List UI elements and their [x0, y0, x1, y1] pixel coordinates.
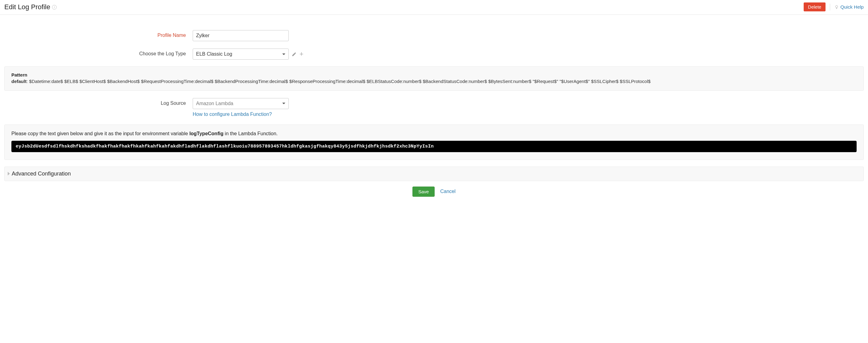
- edit-log-type-button[interactable]: [292, 52, 297, 57]
- pattern-heading: Pattern: [11, 72, 857, 77]
- chevron-down-icon: [282, 54, 285, 55]
- row-log-type: Choose the Log Type ELB Classic Log +: [4, 48, 864, 60]
- lambda-help-link[interactable]: How to configure Lambda Function?: [193, 111, 289, 117]
- quick-help-link[interactable]: Quick Help: [834, 4, 864, 10]
- log-type-label: Choose the Log Type: [4, 48, 186, 57]
- log-type-select[interactable]: ELB Classic Log: [193, 48, 289, 60]
- chevron-down-icon: [282, 103, 285, 104]
- row-log-source: Log Source Amazon Lambda How to configur…: [4, 98, 864, 117]
- delete-button[interactable]: Delete: [804, 2, 826, 11]
- copy-instruction-pre: Please copy the text given below and giv…: [11, 131, 189, 136]
- quick-help-label: Quick Help: [840, 4, 864, 10]
- copy-config-panel: Please copy the text given below and giv…: [4, 125, 864, 160]
- chevron-right-icon: [8, 172, 10, 175]
- config-code-box[interactable]: eyJsb2dUesdfsdlfhskdhfkshadkfhakfhakfhak…: [11, 141, 857, 152]
- page-title: Edit Log Profile: [4, 3, 50, 11]
- pattern-panel: Pattern default: $Datetime:date$ $ELB$ $…: [4, 66, 864, 91]
- log-source-label: Log Source: [4, 98, 186, 106]
- copy-instruction-post: in the Lambda Function.: [223, 131, 278, 136]
- copy-instruction: Please copy the text given below and giv…: [11, 131, 857, 136]
- header-right: Delete Quick Help: [804, 2, 864, 11]
- log-type-value: ELB Classic Log: [196, 51, 232, 57]
- page-header: Edit Log Profile i Delete Quick Help: [0, 0, 868, 15]
- bulb-icon: [834, 5, 839, 9]
- profile-name-label: Profile Name: [4, 30, 186, 38]
- advanced-config-title: Advanced Configuration: [12, 171, 71, 177]
- save-button[interactable]: Save: [412, 186, 435, 197]
- copy-instruction-bold: logTypeConfig: [189, 131, 223, 136]
- add-log-type-button[interactable]: +: [300, 51, 304, 58]
- pattern-body: : $Datetime:date$ $ELB$ $ClientHost$ $Ba…: [27, 79, 650, 84]
- row-profile-name: Profile Name: [4, 30, 864, 41]
- profile-name-input[interactable]: [193, 30, 289, 41]
- divider: [830, 4, 830, 10]
- content: Profile Name Choose the Log Type ELB Cla…: [0, 15, 868, 206]
- log-source-select[interactable]: Amazon Lambda: [193, 98, 289, 109]
- info-icon[interactable]: i: [52, 5, 57, 9]
- pattern-text: default: $Datetime:date$ $ELB$ $ClientHo…: [11, 78, 857, 85]
- header-left: Edit Log Profile i: [4, 3, 57, 11]
- pattern-prefix: default: [11, 79, 27, 84]
- cancel-button[interactable]: Cancel: [440, 189, 456, 194]
- advanced-config-toggle[interactable]: Advanced Configuration: [4, 167, 864, 181]
- footer-actions: Save Cancel: [4, 186, 864, 197]
- log-source-value: Amazon Lambda: [196, 101, 233, 106]
